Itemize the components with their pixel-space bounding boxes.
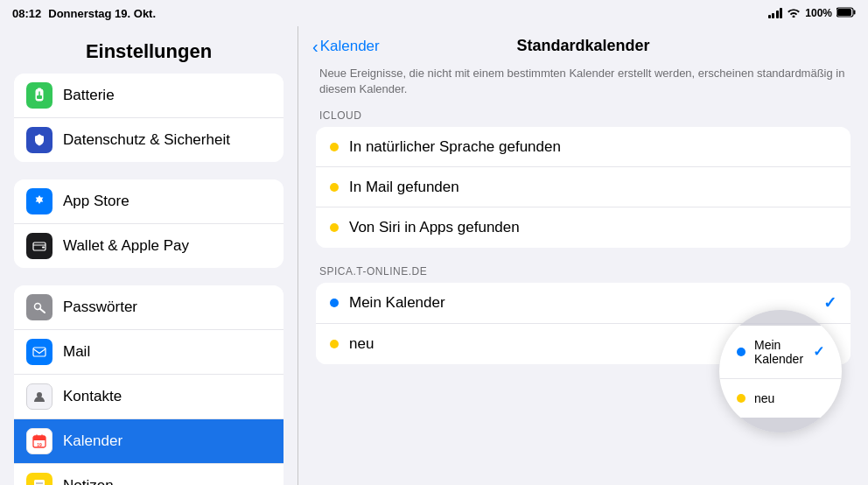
- sidebar-title: Einstellungen: [0, 33, 298, 74]
- passwoerter-icon: [26, 294, 52, 320]
- batterie-icon: [26, 82, 52, 109]
- sidebar-item-mail[interactable]: Mail: [14, 330, 284, 375]
- appstore-icon: [26, 188, 52, 214]
- wifi-icon: [787, 6, 801, 20]
- dot-neu: [330, 340, 339, 348]
- calendar-item-meinkalender[interactable]: Mein Kalender ✓: [316, 283, 850, 324]
- appstore-label: App Store: [63, 193, 130, 210]
- content-body: Neue Ereignisse, die nicht mit einem bes…: [298, 66, 868, 399]
- svg-rect-1: [837, 9, 851, 16]
- chevron-left-icon: ‹: [312, 38, 318, 55]
- battery-percentage: 100%: [805, 7, 832, 19]
- calendar-item-siri[interactable]: Von Siri in Apps gefunden: [316, 207, 850, 248]
- natuerlich-label: In natürlicher Sprache gefunden: [349, 138, 836, 156]
- svg-rect-11: [33, 348, 46, 356]
- calendar-item-neu[interactable]: neu: [316, 324, 850, 364]
- status-time: 08:12: [12, 7, 41, 20]
- sidebar: Einstellungen Batterie: [0, 26, 298, 485]
- icloud-group: In natürlicher Sprache gefunden In Mail …: [316, 127, 850, 248]
- section-header-icloud: ICLOUD: [319, 109, 847, 122]
- sidebar-item-kontakte[interactable]: Kontakte: [14, 375, 284, 419]
- content-description: Neue Ereignisse, die nicht mit einem bes…: [316, 66, 850, 97]
- wallet-icon: [26, 233, 52, 259]
- sidebar-item-kalender[interactable]: 19 Kalender: [14, 419, 284, 464]
- svg-rect-7: [33, 244, 46, 246]
- sidebar-item-notizen[interactable]: Notizen: [14, 464, 284, 485]
- neu-label: neu: [349, 335, 836, 353]
- meinkalender-label: Mein Kalender: [349, 294, 823, 312]
- back-label: Kalender: [320, 38, 380, 55]
- svg-rect-8: [42, 247, 45, 249]
- dot-siri: [330, 223, 339, 232]
- kalender-label: Kalender: [63, 432, 122, 450]
- datenschutz-label: Datenschutz & Sicherheit: [63, 131, 230, 149]
- sidebar-item-batterie[interactable]: Batterie: [14, 74, 284, 118]
- sidebar-group-2: App Store Wallet & Apple Pay: [14, 179, 284, 268]
- svg-line-10: [40, 309, 46, 313]
- dot-meinkalender: [330, 299, 339, 307]
- mail-found-label: In Mail gefunden: [349, 179, 836, 196]
- content-title: Standardkalender: [516, 37, 649, 55]
- sidebar-item-appstore[interactable]: App Store: [14, 179, 284, 224]
- mail-label: Mail: [63, 343, 90, 361]
- kalender-icon: 19: [26, 428, 52, 454]
- svg-rect-2: [854, 11, 856, 15]
- notizen-label: Notizen: [63, 477, 114, 485]
- svg-rect-15: [33, 439, 46, 440]
- sidebar-item-passwoerter[interactable]: Passwörter: [14, 285, 284, 330]
- notizen-icon: [26, 473, 52, 485]
- kontakte-icon: [26, 383, 52, 410]
- spica-group: Mein Kalender ✓ neu: [316, 283, 850, 364]
- signal-icon: [768, 8, 783, 18]
- content-pane: ‹ Kalender Standardkalender Neue Ereigni…: [298, 26, 868, 485]
- content-header: ‹ Kalender Standardkalender: [298, 26, 868, 66]
- back-button[interactable]: ‹ Kalender: [312, 38, 380, 55]
- mail-icon: [26, 339, 52, 365]
- dot-mail: [330, 183, 339, 192]
- wallet-label: Wallet & Apple Pay: [63, 237, 189, 255]
- datenschutz-icon: [26, 127, 52, 153]
- calendar-item-mail-found[interactable]: In Mail gefunden: [316, 167, 850, 207]
- svg-rect-4: [38, 88, 41, 90]
- kontakte-label: Kontakte: [63, 388, 122, 405]
- sidebar-item-datenschutz[interactable]: Datenschutz & Sicherheit: [14, 118, 284, 162]
- battery-icon: [836, 6, 856, 20]
- sidebar-item-wallet[interactable]: Wallet & Apple Pay: [14, 224, 284, 268]
- passwoerter-label: Passwörter: [63, 299, 137, 316]
- status-date: Donnerstag 19. Okt.: [48, 7, 156, 20]
- checkmark-icon: ✓: [823, 293, 836, 313]
- batterie-label: Batterie: [63, 87, 115, 104]
- status-bar: 08:12 Donnerstag 19. Okt. 100%: [0, 0, 868, 26]
- sidebar-group-1: Batterie Datenschutz & Sicherheit: [14, 74, 284, 162]
- calendar-item-natuerlich[interactable]: In natürlicher Sprache gefunden: [316, 127, 850, 167]
- section-header-spica: SPICA.T-ONLINE.DE: [319, 265, 847, 278]
- dot-natuerlich: [330, 143, 339, 151]
- svg-rect-19: [34, 480, 45, 485]
- siri-label: Von Siri in Apps gefunden: [349, 219, 836, 236]
- sidebar-group-3: Passwörter Mail Kontakte: [14, 285, 284, 485]
- svg-text:19: 19: [37, 442, 42, 447]
